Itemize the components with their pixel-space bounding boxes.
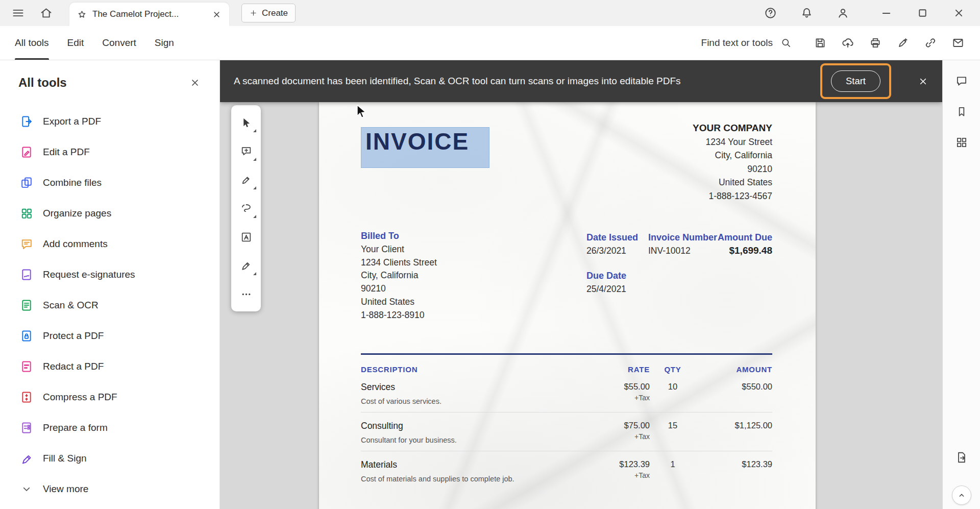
find-label: Find text or tools [701,37,773,49]
quick-tool-lasso[interactable] [231,194,261,223]
star-icon[interactable] [77,9,87,20]
toolbar-actions: Find text or tools [701,36,965,50]
maximize-icon[interactable] [916,6,929,20]
sidebar-item-label: Request e-signatures [43,269,135,280]
panel-header: All tools [0,60,219,90]
quick-tool-add-comment[interactable] [231,137,261,165]
start-button-wrap: Start [831,70,880,92]
edit-pdf-icon [20,146,33,159]
cloud-upload-icon[interactable] [841,36,854,50]
sidebar-item-combine-files[interactable]: Combine files [0,167,219,198]
sidebar-item-request-e-signatures[interactable]: Request e-signatures [0,259,219,290]
due-date-value: 25/4/2021 [586,282,626,296]
page-thumbnails-icon[interactable] [955,136,968,149]
sidebar-item-export-a-pdf[interactable]: Export a PDF [0,106,219,137]
sidebar-item-redact-a-pdf[interactable]: Redact a PDF [0,351,219,382]
select-arrow-icon [240,116,253,129]
find-text-or-tools[interactable]: Find text or tools [701,37,792,49]
hamburger-menu-icon[interactable] [11,6,25,20]
quick-tool-more-options[interactable] [231,280,261,308]
quick-tool-add-text[interactable] [231,223,261,251]
sidebar-item-prepare-a-form[interactable]: Prepare a form [0,413,219,443]
sidebar-item-label: View more [43,483,88,495]
invoice-table: DESCRIPTION RATE QTY AMOUNT ServicesCost… [361,353,772,490]
panel-close-icon[interactable] [189,77,201,89]
help-icon[interactable] [764,6,777,20]
row-rate-note: +Tax [583,394,650,402]
titlebar: The Camelot Project... Create [0,0,980,26]
quick-tool-sign-pen[interactable] [231,251,261,280]
highlighter-icon [240,174,253,186]
address-line: 90210 [361,282,437,296]
sidebar-item-label: Combine files [43,177,102,188]
titlebar-right [764,6,966,20]
row-amount: $1,125.00 [696,421,772,444]
quick-tools-toolbar [231,105,261,311]
row-description: Consulting [361,421,583,431]
export-doc-icon[interactable] [955,451,968,464]
start-button[interactable]: Start [831,70,880,92]
save-icon[interactable] [814,36,827,50]
link-icon[interactable] [924,36,937,50]
quick-tool-highlighter[interactable] [231,165,261,194]
redact-pdf-icon [20,360,33,373]
amount-due-value: $1,699.48 [718,244,772,257]
sidebar-item-edit-a-pdf[interactable]: Edit a PDF [0,137,219,167]
chevron-up-icon [956,490,967,501]
address-line: 1234 Your Street [609,135,772,149]
toolbar-tab-edit[interactable]: Edit [67,26,84,60]
toolbar-tab-convert[interactable]: Convert [102,26,136,60]
toolbar-tab-all-tools[interactable]: All tools [15,26,49,60]
sidebar-item-organize-pages[interactable]: Organize pages [0,198,219,229]
date-issued-block: Date Issued 26/3/2021 [586,231,638,257]
add-signature-icon[interactable] [896,36,910,50]
collapse-rail-button[interactable] [952,486,971,505]
print-icon[interactable] [869,36,882,50]
sidebar-item-compress-a-pdf[interactable]: Compress a PDF [0,382,219,413]
billed-to-label: Billed To [361,230,437,243]
sidebar-item-view-more[interactable]: View more [0,474,219,504]
window-close-icon[interactable] [952,6,966,20]
invoice-table-row: ConsultingConsultant for your business.$… [361,413,772,451]
sidebar-item-label: Organize pages [43,208,111,219]
email-icon[interactable] [951,36,965,50]
bookmarks-icon[interactable] [955,105,968,118]
compress-pdf-icon [20,391,33,404]
document-viewer: INVOICE YOUR COMPANY 1234 Your StreetCit… [220,60,942,509]
add-comments-icon [20,237,33,251]
banner-close-icon[interactable] [917,76,929,87]
row-qty: 10 [650,382,696,405]
quick-tool-select-arrow[interactable] [231,108,261,137]
header-qty: QTY [650,365,696,374]
sidebar-item-label: Redact a PDF [43,361,104,372]
export-pdf-icon [20,115,33,128]
toolbar-tabs: All toolsEditConvertSign [0,26,174,60]
tab-close-icon[interactable] [211,9,222,20]
row-rate-note: +Tax [583,471,650,479]
combine-files-icon [20,176,33,189]
address-line: 1234 Clients Street [361,256,437,270]
search-icon[interactable] [780,37,792,49]
create-button[interactable]: Create [241,4,296,22]
date-issued-value: 26/3/2021 [586,244,638,257]
invoice-table-header: DESCRIPTION RATE QTY AMOUNT [361,365,772,374]
address-line: United States [361,296,437,309]
create-label: Create [262,8,288,18]
banner-message: A scanned document has been identified, … [234,76,681,87]
sidebar-item-protect-a-pdf[interactable]: Protect a PDF [0,321,219,351]
row-detail: Cost of materials and supplies to comple… [361,475,583,483]
sidebar-item-add-comments[interactable]: Add comments [0,229,219,259]
pdf-page[interactable]: INVOICE YOUR COMPANY 1234 Your StreetCit… [319,102,816,509]
bell-icon[interactable] [800,6,814,20]
minimize-icon[interactable] [879,6,893,20]
user-icon[interactable] [836,6,850,20]
selected-text-highlight[interactable]: INVOICE [361,127,489,168]
client-address: Your Client1234 Clients StreetCity, Cali… [361,243,437,322]
comments-icon[interactable] [955,75,968,88]
home-icon[interactable] [39,6,53,20]
row-description: Materials [361,459,583,470]
sidebar-item-fill-sign[interactable]: Fill & Sign [0,443,219,474]
document-tab[interactable]: The Camelot Project... [69,3,229,26]
toolbar-tab-sign[interactable]: Sign [155,26,174,60]
sidebar-item-scan-ocr[interactable]: Scan & OCR [0,290,219,321]
